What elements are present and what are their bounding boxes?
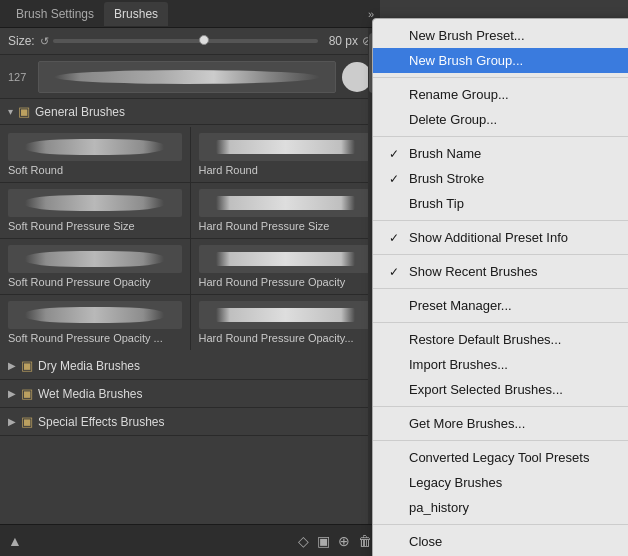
menu-item-new-brush-group[interactable]: New Brush Group... [373, 48, 628, 73]
reset-size-icon[interactable]: ↺ [40, 35, 49, 48]
size-value: 80 px [322, 34, 358, 48]
brush-name-soft-round: Soft Round [8, 164, 182, 176]
brush-grid: Soft Round Hard Round Soft Round Pressur… [0, 127, 380, 350]
category-name-fx: Special Effects Brushes [38, 415, 165, 429]
brush-name-soft-round-po2: Soft Round Pressure Opacity ... [8, 332, 182, 344]
menu-item-show-additional-preset-info[interactable]: ✓ Show Additional Preset Info [373, 225, 628, 250]
brush-cell-hard-round[interactable]: Hard Round [191, 127, 381, 182]
brush-stroke-soft-round-ps [8, 189, 182, 217]
add-icon[interactable]: ⊕ [338, 533, 350, 549]
menu-item-export-selected-brushes[interactable]: Export Selected Brushes... [373, 377, 628, 402]
brush-cell-soft-round[interactable]: Soft Round [0, 127, 190, 182]
divider-1 [373, 77, 628, 78]
menu-item-rename-group[interactable]: Rename Group... [373, 82, 628, 107]
size-row: Size: ↺ 80 px ⊘ [0, 28, 380, 55]
menu-item-brush-name[interactable]: ✓ Brush Name [373, 141, 628, 166]
check-brush-name: ✓ [389, 147, 403, 161]
brush-name-soft-round-po: Soft Round Pressure Opacity [8, 276, 182, 288]
tab-brushes[interactable]: Brushes [104, 2, 168, 26]
brush-cell-hard-round-po2[interactable]: Hard Round Pressure Opacity... [191, 295, 381, 350]
brush-name-hard-round-po2: Hard Round Pressure Opacity... [199, 332, 373, 344]
diamond-icon[interactable]: ◇ [298, 533, 309, 549]
menu-item-delete-group[interactable]: Delete Group... [373, 107, 628, 132]
brush-name-hard-round-po: Hard Round Pressure Opacity [199, 276, 373, 288]
brush-cell-soft-round-po2[interactable]: Soft Round Pressure Opacity ... [0, 295, 190, 350]
menu-item-pa-history[interactable]: pa_history [373, 495, 628, 520]
folder-icon-fx: ▣ [21, 414, 33, 429]
bottom-toolbar: ▲ ◇ ▣ ⊕ 🗑 [0, 524, 380, 556]
menu-item-brush-tip[interactable]: Brush Tip [373, 191, 628, 216]
divider-3 [373, 220, 628, 221]
brush-panel: Brush Settings Brushes » Size: ↺ 80 px ⊘… [0, 0, 380, 556]
brush-cell-hard-round-pressure-opacity[interactable]: Hard Round Pressure Opacity [191, 239, 381, 294]
brush-stroke-hard-round-po [199, 245, 373, 273]
new-group-icon[interactable]: ▣ [317, 533, 330, 549]
menu-item-brush-stroke[interactable]: ✓ Brush Stroke [373, 166, 628, 191]
menu-item-close[interactable]: Close [373, 529, 628, 554]
menu-item-converted-legacy[interactable]: Converted Legacy Tool Presets [373, 445, 628, 470]
brush-name-soft-round-ps: Soft Round Pressure Size [8, 220, 182, 232]
size-slider[interactable] [53, 39, 318, 43]
menu-item-show-recent-brushes[interactable]: ✓ Show Recent Brushes [373, 259, 628, 284]
brush-stroke-soft-round-po [8, 245, 182, 273]
menu-item-new-brush-preset[interactable]: New Brush Preset... [373, 23, 628, 48]
chevron-right-icon-fx: ▶ [8, 416, 16, 427]
menu-item-legacy-brushes[interactable]: Legacy Brushes [373, 470, 628, 495]
divider-8 [373, 440, 628, 441]
category-header-general[interactable]: ▾ ▣ General Brushes [0, 99, 380, 125]
check-show-additional-preset-info: ✓ [389, 231, 403, 245]
menu-item-restore-default-brushes[interactable]: Restore Default Brushes... [373, 327, 628, 352]
category-wet-media[interactable]: ▶ ▣ Wet Media Brushes [0, 380, 380, 408]
folder-icon-dry: ▣ [21, 358, 33, 373]
brush-cell-soft-round-pressure-size[interactable]: Soft Round Pressure Size [0, 183, 190, 238]
size-label: Size: [8, 34, 36, 48]
context-menu: New Brush Preset... New Brush Group... R… [372, 18, 628, 556]
chevron-down-icon: ▾ [8, 106, 13, 117]
menu-item-preset-manager[interactable]: Preset Manager... [373, 293, 628, 318]
brush-stroke-soft-round-po2 [8, 301, 182, 329]
check-brush-stroke: ✓ [389, 172, 403, 186]
menu-item-get-more-brushes[interactable]: Get More Brushes... [373, 411, 628, 436]
divider-7 [373, 406, 628, 407]
divider-4 [373, 254, 628, 255]
brush-preview-area: 127 [0, 55, 380, 99]
brush-cell-hard-round-pressure-size[interactable]: Hard Round Pressure Size [191, 183, 381, 238]
delete-icon[interactable]: 🗑 [358, 533, 372, 549]
category-dry-media[interactable]: ▶ ▣ Dry Media Brushes [0, 352, 380, 380]
new-brush-icon[interactable]: ▲ [8, 533, 22, 549]
brush-name-hard-round-ps: Hard Round Pressure Size [199, 220, 373, 232]
brush-stroke-preview [38, 61, 336, 93]
divider-5 [373, 288, 628, 289]
brush-stroke-hard-round-ps [199, 189, 373, 217]
divider-9 [373, 524, 628, 525]
brush-number: 127 [8, 71, 32, 83]
category-name-wet: Wet Media Brushes [38, 387, 143, 401]
category-special-effects[interactable]: ▶ ▣ Special Effects Brushes [0, 408, 380, 436]
category-name: General Brushes [35, 105, 125, 119]
brush-stroke-hard-round [199, 133, 373, 161]
folder-icon-wet: ▣ [21, 386, 33, 401]
check-show-recent-brushes: ✓ [389, 265, 403, 279]
chevron-right-icon-dry: ▶ [8, 360, 16, 371]
category-name-dry: Dry Media Brushes [38, 359, 140, 373]
folder-icon: ▣ [18, 104, 30, 119]
brush-stroke-hard-round-po2 [199, 301, 373, 329]
brush-cell-soft-round-pressure-opacity[interactable]: Soft Round Pressure Opacity [0, 239, 190, 294]
divider-2 [373, 136, 628, 137]
tab-brush-settings[interactable]: Brush Settings [6, 2, 104, 26]
tab-bar: Brush Settings Brushes » [0, 0, 380, 28]
chevron-right-icon-wet: ▶ [8, 388, 16, 399]
divider-6 [373, 322, 628, 323]
brush-name-hard-round: Hard Round [199, 164, 373, 176]
menu-item-import-brushes[interactable]: Import Brushes... [373, 352, 628, 377]
brush-stroke-soft-round [8, 133, 182, 161]
